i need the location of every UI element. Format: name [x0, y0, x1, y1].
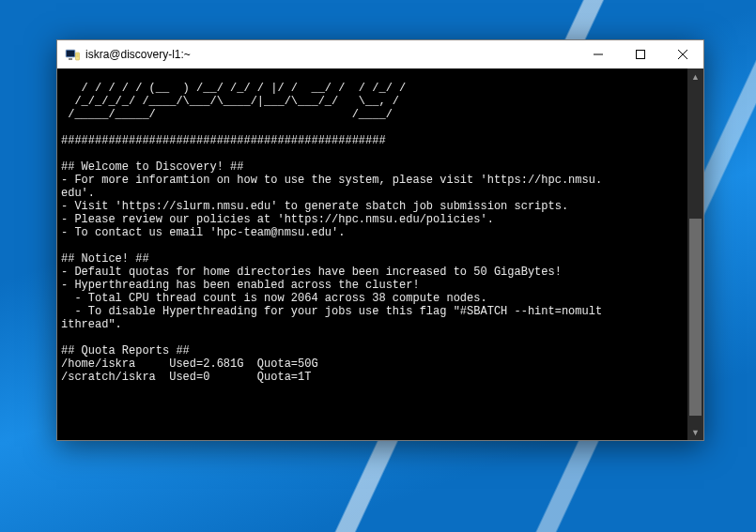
svg-rect-7	[636, 51, 644, 59]
terminal-output[interactable]: / / / / / (__ ) /__/ /_/ / |/ / __/ / / …	[57, 80, 687, 429]
svg-rect-1	[67, 51, 74, 56]
window-title: iskra@discovery-l1:~	[85, 48, 577, 61]
terminal-area: / / / / / (__ ) /__/ /_/ / |/ / __/ / / …	[57, 68, 703, 440]
titlebar[interactable]: iskra@discovery-l1:~	[57, 40, 703, 68]
svg-rect-2	[69, 58, 72, 60]
putty-icon	[65, 47, 80, 62]
maximize-button[interactable]	[619, 40, 661, 68]
minimize-button[interactable]	[577, 40, 619, 68]
scroll-thumb[interactable]	[689, 219, 702, 416]
putty-window: iskra@discovery-l1:~ / / / / / (__ ) /__…	[56, 39, 704, 441]
window-buttons	[577, 40, 703, 68]
close-button[interactable]	[661, 40, 703, 68]
scroll-up-arrow[interactable]: ▲	[687, 68, 703, 84]
terminal-scrollbar[interactable]: ▲ ▼	[687, 68, 703, 440]
desktop-background: iskra@discovery-l1:~ / / / / / (__ ) /__…	[0, 0, 756, 532]
scroll-down-arrow[interactable]: ▼	[687, 424, 703, 440]
